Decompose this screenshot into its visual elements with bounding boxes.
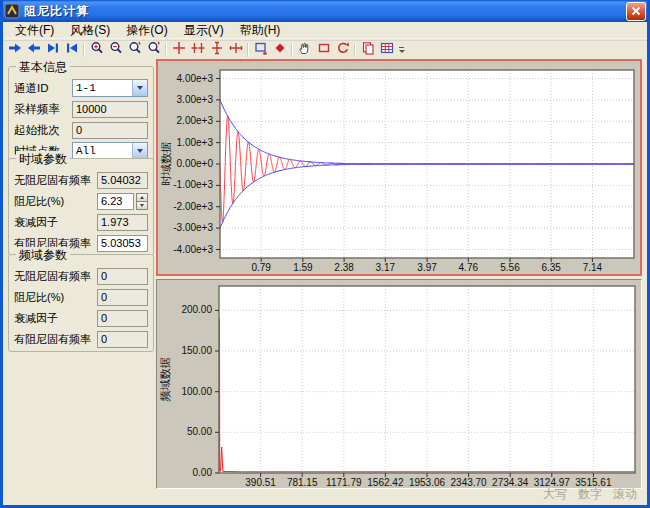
field-row-td-damping-ratio: 阻尼比(%) xyxy=(14,192,148,210)
svg-text:6.35: 6.35 xyxy=(541,262,561,273)
copy-page-icon xyxy=(360,40,376,59)
titlebar[interactable]: 阻尼比计算 xyxy=(0,0,650,22)
first-record-button[interactable] xyxy=(62,41,81,58)
pan-hand-button[interactable] xyxy=(295,41,314,58)
td-natural-frequency-label: 无阻尼固有频率 xyxy=(14,173,97,188)
zoom-out-icon xyxy=(108,40,124,59)
menu-item-4[interactable]: 帮助(H) xyxy=(232,21,289,40)
td-decay-factor-label: 衰减因子 xyxy=(14,215,97,230)
chevron-down-icon xyxy=(399,50,405,53)
cursor-vertical-button[interactable] xyxy=(207,41,226,58)
cursor-double-cross-button[interactable] xyxy=(188,41,207,58)
group-title: 时域参数 xyxy=(16,151,70,168)
diamond-marker-button[interactable] xyxy=(270,41,289,58)
channel-id-select[interactable]: 1-1 xyxy=(72,79,148,97)
frequency-domain-chart-svg: 200.00150.00100.0050.000.00390.51781.151… xyxy=(157,280,641,488)
fd-damped-frequency-field[interactable] xyxy=(97,331,148,348)
menu-item-3[interactable]: 显示(V) xyxy=(176,21,232,40)
field-row-fd-decay-factor: 衰减因子 xyxy=(14,309,148,327)
fd-damped-frequency-label: 有阻尼固有频率 xyxy=(14,332,97,347)
svg-text:2.00e+3: 2.00e+3 xyxy=(177,115,214,126)
cursor-vertical-icon xyxy=(209,40,225,59)
dropdown-arrow-icon[interactable] xyxy=(132,80,147,96)
toolbar-options-button[interactable] xyxy=(397,41,406,58)
svg-text:2.38: 2.38 xyxy=(334,262,354,273)
svg-text:781.15: 781.15 xyxy=(287,477,318,488)
start-batch-field[interactable] xyxy=(72,122,148,139)
svg-text:4.00e+3: 4.00e+3 xyxy=(177,73,214,84)
time-domain-chart-svg: 4.00e+33.00e+32.00e+31.00e+30.00e+0-1.00… xyxy=(158,61,640,274)
fd-natural-frequency-field[interactable] xyxy=(97,268,148,285)
svg-text:-1.00e+3: -1.00e+3 xyxy=(173,179,213,190)
rotate-view-button[interactable] xyxy=(333,41,352,58)
frequency-domain-chart-ylabel: 频域数据 xyxy=(159,358,171,402)
zoom-reset-x-icon xyxy=(127,40,143,59)
crop-region-icon xyxy=(316,40,332,59)
data-grid-button[interactable] xyxy=(377,41,396,58)
forward-arrow-button[interactable] xyxy=(5,41,24,58)
sampling-rate-field[interactable] xyxy=(72,101,148,118)
arrow-up-icon xyxy=(140,196,144,199)
svg-text:-2.00e+3: -2.00e+3 xyxy=(173,201,213,212)
svg-text:-4.00e+3: -4.00e+3 xyxy=(173,244,213,255)
toolbar-separator xyxy=(83,43,85,57)
zoom-in-icon xyxy=(89,40,105,59)
channel-id-value: 1-1 xyxy=(73,82,132,94)
td-decay-factor-field[interactable] xyxy=(97,214,148,231)
zoom-reset-y-button[interactable] xyxy=(144,41,163,58)
zoom-in-button[interactable] xyxy=(87,41,106,58)
fd-decay-factor-label: 衰减因子 xyxy=(14,311,97,326)
svg-text:200.00: 200.00 xyxy=(181,304,212,315)
svg-text:0.79: 0.79 xyxy=(251,262,271,273)
svg-text:390.51: 390.51 xyxy=(245,477,276,488)
next-record-icon xyxy=(45,40,61,59)
field-row-channel-id: 通道ID1-1 xyxy=(14,79,148,97)
field-row-td-decay-factor: 衰减因子 xyxy=(14,213,148,231)
box-zoom-button[interactable] xyxy=(251,41,270,58)
td-damping-ratio-field[interactable] xyxy=(97,193,134,210)
fd-damping-ratio-field[interactable] xyxy=(97,289,148,306)
status-indicator-0: 大写 xyxy=(543,487,567,501)
svg-text:50.00: 50.00 xyxy=(187,426,212,437)
svg-text:1.00e+3: 1.00e+3 xyxy=(177,137,214,148)
zoom-reset-y-icon xyxy=(146,40,162,59)
svg-text:5.56: 5.56 xyxy=(500,262,520,273)
cursor-cross-icon xyxy=(171,40,187,59)
zoom-reset-x-button[interactable] xyxy=(125,41,144,58)
field-row-sampling-rate: 采样频率 xyxy=(14,100,148,118)
cursor-cross-button[interactable] xyxy=(169,41,188,58)
dropdown-arrow-icon[interactable] xyxy=(132,143,147,159)
field-row-start-batch: 起始批次 xyxy=(14,121,148,139)
zoom-out-button[interactable] xyxy=(106,41,125,58)
td-natural-frequency-field[interactable] xyxy=(97,172,148,189)
cursor-horizontal-icon xyxy=(228,40,244,59)
app-window: 阻尼比计算 文件(F)风格(S)操作(O)显示(V)帮助(H) 基本信息通道ID… xyxy=(0,0,650,508)
copy-page-button[interactable] xyxy=(358,41,377,58)
data-grid-icon xyxy=(379,40,395,59)
time-domain-chart[interactable]: 4.00e+33.00e+32.00e+31.00e+30.00e+0-1.00… xyxy=(156,59,642,276)
svg-text:3.17: 3.17 xyxy=(376,262,396,273)
back-arrow-button[interactable] xyxy=(24,41,43,58)
menu-item-0[interactable]: 文件(F) xyxy=(7,21,62,40)
cursor-horizontal-button[interactable] xyxy=(226,41,245,58)
fd-decay-factor-field[interactable] xyxy=(97,310,148,327)
next-record-button[interactable] xyxy=(43,41,62,58)
menu-item-1[interactable]: 风格(S) xyxy=(62,21,118,40)
menu-bar: 文件(F)风格(S)操作(O)显示(V)帮助(H) xyxy=(3,22,647,39)
close-button[interactable] xyxy=(626,2,646,21)
rotate-view-icon xyxy=(335,40,351,59)
window-title: 阻尼比计算 xyxy=(24,3,626,20)
td-damped-frequency-field[interactable] xyxy=(97,235,148,252)
frequency-domain-chart[interactable]: 200.00150.00100.0050.000.00390.51781.151… xyxy=(156,279,642,489)
menu-item-2[interactable]: 操作(O) xyxy=(118,21,175,40)
svg-text:7.14: 7.14 xyxy=(583,262,603,273)
status-indicators: 大写数字滚动 xyxy=(532,486,637,503)
forward-arrow-icon xyxy=(7,40,23,59)
spinner-up-button[interactable] xyxy=(136,193,148,202)
spinner-down-button[interactable] xyxy=(136,202,148,210)
group-title: 基本信息 xyxy=(16,59,70,76)
toolbar-options-icon xyxy=(399,47,404,48)
crop-region-button[interactable] xyxy=(314,41,333,58)
back-arrow-icon xyxy=(26,40,42,59)
close-icon xyxy=(631,6,641,16)
